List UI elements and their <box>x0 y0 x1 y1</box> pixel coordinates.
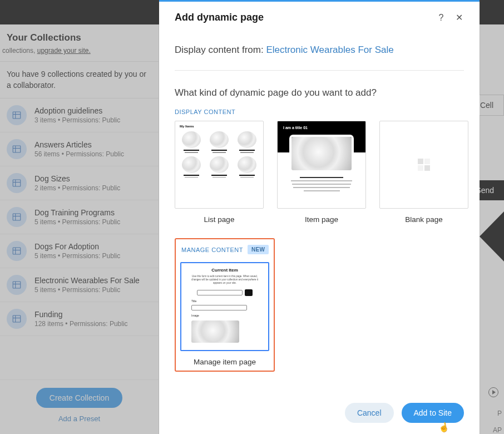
add-to-site-button[interactable]: Add to Site <box>402 403 465 423</box>
page-type-question: What kind of dynamic page do you want to… <box>175 87 464 98</box>
option-list-label: List page <box>204 215 235 224</box>
option-list-page[interactable]: My Items List page <box>175 121 264 224</box>
option-blank-label: Blank page <box>405 215 443 224</box>
help-icon[interactable]: ? <box>436 13 446 23</box>
modal-title: Add dynamic page <box>175 12 264 23</box>
option-item-page[interactable]: I am a title 01 Item page <box>277 121 366 224</box>
divider <box>175 70 464 71</box>
display-from-row: Display content from: Electronic Wearabl… <box>175 45 464 56</box>
close-icon[interactable]: ✕ <box>454 13 464 23</box>
manage-content-label: MANAGE CONTENT NEW <box>181 245 269 254</box>
thumb-list: My Items <box>175 121 264 209</box>
option-manage-item-page[interactable]: MANAGE CONTENT NEW Current Item Use this… <box>175 238 275 372</box>
option-item-label: Item page <box>305 215 338 224</box>
modal-footer: Cancel Add to Site <box>159 395 480 434</box>
display-content-label: DISPLAY CONTENT <box>175 108 464 115</box>
thumb-item: I am a title 01 <box>277 121 366 209</box>
cursor-icon: ☝ <box>438 421 451 433</box>
thumb-blank <box>379 121 468 209</box>
option-blank-page[interactable]: Blank page <box>379 121 468 224</box>
display-from-collection[interactable]: Electronic Wearables For Sale <box>266 45 393 55</box>
display-content-options: My Items List page I am a title 01 <box>175 121 464 224</box>
new-badge: NEW <box>248 245 269 254</box>
add-dynamic-page-modal: Add dynamic page ? ✕ Display content fro… <box>159 0 480 434</box>
option-manage-label: Manage item page <box>194 358 256 366</box>
thumb-manage: Current Item Use this form to edit curre… <box>180 262 269 351</box>
cancel-button[interactable]: Cancel <box>345 403 394 423</box>
